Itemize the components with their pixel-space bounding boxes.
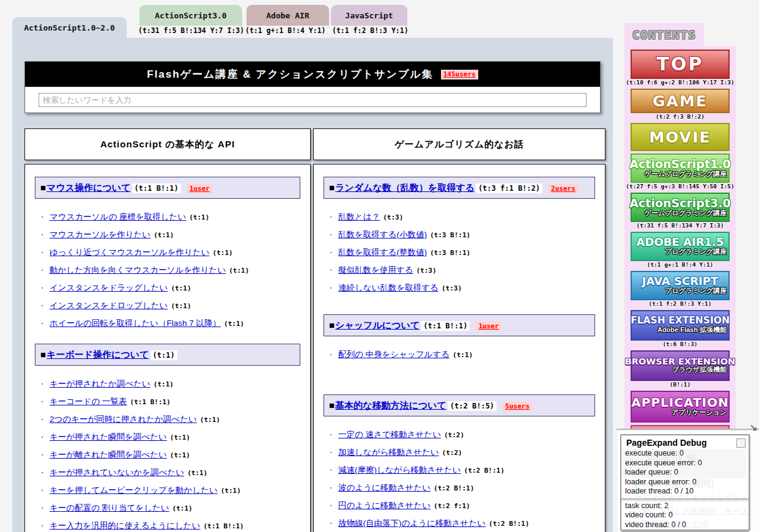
tab-actionscript1-2-active[interactable]: ActionScript1.0~2.0 bbox=[12, 17, 127, 38]
topic-link[interactable]: 乱数を取得する(整数値) bbox=[338, 248, 427, 257]
sidebar-button-adobe-air1-5[interactable]: ADOBE AIR1.5プログラミング講座 bbox=[631, 232, 730, 261]
sidebar-button-actionscript3-0[interactable]: ActionScript3.0ゲームプログラミング講座 bbox=[631, 193, 730, 222]
topic-section: ■キーボード操作について(t:1)・キーが押されたか調べたい(t:1)・キーコー… bbox=[34, 344, 302, 532]
bullet-icon: ・ bbox=[39, 415, 46, 424]
sidebar-button-top[interactable]: TOP bbox=[631, 50, 730, 79]
topic-link-list: ・一定の 速さで移動させたい(t:2)・加速しながら移動させたい(t:2)・減速… bbox=[322, 425, 596, 532]
section-stats: (t:3 f:1 B!:2) bbox=[476, 183, 542, 193]
sidebar-button-flash-extension[interactable]: FLASH EXTENSIONAdobe Flash 拡張機能 bbox=[631, 310, 730, 341]
link-stats: (t:3) bbox=[442, 284, 462, 292]
topic-link[interactable]: キーが押されていないかを調べたい bbox=[50, 468, 184, 477]
tab-label: JavaScript bbox=[345, 11, 393, 20]
bullet-icon: ・ bbox=[39, 380, 46, 388]
bullet-icon: ・ bbox=[39, 397, 46, 406]
sidebar-button-actionscript1-0[interactable]: ActionScript1.0ゲームプログラミング講座 bbox=[631, 153, 730, 183]
sidebar-item: TOP(t:10 f:6 g+:2 B!:106 Y:17 I:3) bbox=[624, 50, 736, 86]
topic-link[interactable]: 加速しながら移動させたい bbox=[338, 448, 439, 457]
topic-link[interactable]: インスタンスをドロップしたい bbox=[50, 301, 168, 310]
hatena-users-badge[interactable]: 1user bbox=[476, 322, 501, 331]
section-link[interactable]: ランダムな数（乱数）を取得する bbox=[335, 182, 475, 193]
topic-link[interactable]: 連続しない乱数を取得する bbox=[338, 283, 439, 292]
link-stats: (t:1) bbox=[170, 451, 190, 459]
link-stats: (t:1) bbox=[171, 284, 191, 292]
sidebar-button-browser-extension[interactable]: BROWSER EXTENSIONブラウザ拡張機能 bbox=[631, 350, 730, 381]
column-body: ■マウス操作について(t:1 B!:1)1user・マウスカーソルの 座標を取得… bbox=[24, 164, 311, 532]
topic-link[interactable]: キーの配置の 割り当てをしたい bbox=[50, 503, 169, 512]
bullet-icon: ・ bbox=[39, 504, 46, 512]
topic-link[interactable]: 動かした方向を向くマウスカーソルを作りたい bbox=[50, 265, 226, 275]
topic-link[interactable]: マウスカーソルを作りたい bbox=[50, 230, 150, 239]
sidebar-button-label: ADOBE AIR1.5 bbox=[637, 237, 724, 248]
sidebar-button-java-script[interactable]: JAVA SCRIPTプログラミング講座 bbox=[631, 271, 730, 300]
link-stats: (t:3 B!:1) bbox=[430, 249, 470, 257]
column-game-algorithm: ゲームアルゴリズム的なお話 ■ランダムな数（乱数）を取得する(t:3 f:1 B… bbox=[313, 128, 605, 532]
topic-link[interactable]: キーコードの 一覧表 bbox=[50, 397, 127, 406]
topic-link-row: ・キーが押されたか調べたい(t:1) bbox=[39, 374, 302, 392]
debug-row: loader queue: 0 bbox=[621, 468, 749, 478]
link-stats: (t:1 B!:1) bbox=[130, 398, 171, 406]
bullet-icon: ・ bbox=[327, 284, 335, 292]
hatena-users-badge[interactable]: 1user bbox=[187, 184, 212, 193]
column-title: ActionScript の基本的な API bbox=[24, 128, 311, 160]
hatena-users-badge[interactable]: 2users bbox=[549, 184, 578, 193]
topic-link[interactable]: キーが押されたか調べたい bbox=[50, 379, 150, 388]
topic-link-list: ・マウスカーソルの 座標を取得したい(t:1)・マウスカーソルを作りたい(t:1… bbox=[34, 207, 302, 331]
debug-panel-title: PageExpand Debug bbox=[621, 435, 749, 449]
bullet-icon: ・ bbox=[327, 266, 335, 275]
tab-adobe-air[interactable]: Adobe AIR bbox=[246, 5, 329, 26]
topic-link[interactable]: 2つのキーが同時に押されたか調べたい bbox=[50, 415, 197, 424]
debug-panel-checkbox[interactable] bbox=[736, 438, 746, 448]
section-link[interactable]: キーボード操作について bbox=[46, 349, 149, 360]
topic-link[interactable]: ホイールの回転を取得したい（Flash 7 以降） bbox=[50, 319, 221, 328]
topic-link[interactable]: キーを押してムービークリップを動かしたい bbox=[50, 486, 218, 495]
section-heading: ■シャッフルについて(t:1 B!:1)1user bbox=[324, 314, 595, 336]
sidebar: CONTENTS TOP(t:10 f:6 g+:2 B!:106 Y:17 I… bbox=[624, 23, 736, 430]
link-stats: (t:1) bbox=[187, 469, 207, 477]
sidebar-button-stats: (t:27 f:5 g+:3 B!:145 Y:50 I:5) bbox=[624, 183, 736, 190]
topic-link-row: ・2つのキーが同時に押されたか調べたい(t:1) bbox=[39, 410, 302, 427]
topic-link[interactable]: インスタンスをドラッグしたい bbox=[50, 283, 168, 292]
hatena-users-badge[interactable]: 145users bbox=[441, 70, 478, 79]
topic-link-row: ・キーが押された瞬間を調べたい(t:1) bbox=[39, 427, 302, 445]
sidebar-button-movie[interactable]: MOVIE bbox=[631, 123, 730, 151]
tab-javascript[interactable]: JavaScript bbox=[331, 5, 407, 26]
link-stats: (t:2 B!:1) bbox=[489, 520, 529, 528]
tab-actionscript3[interactable]: ActionScript3.0 bbox=[139, 5, 242, 26]
topic-link[interactable]: 減速(摩擦)しながら移動させたい bbox=[338, 465, 461, 475]
section-marker-icon: ■ bbox=[329, 182, 335, 193]
topic-link[interactable]: ゆっくり近づくマウスカーソルを作りたい bbox=[50, 248, 210, 257]
tab-stats: (t:31 f:5 B!:134 Y:7 I:3) bbox=[138, 26, 244, 36]
topic-link[interactable]: キーが離された瞬間を調べたい bbox=[50, 450, 167, 459]
topic-link[interactable]: 一定の 速さで移動させたい bbox=[338, 430, 441, 439]
topic-link-row: ・乱数を取得する(小数値)(t:3 B!:1) bbox=[327, 225, 596, 243]
topic-link[interactable]: 乱数とは？ bbox=[338, 212, 380, 221]
debug-group: task count: 2video count: 0video thread:… bbox=[621, 498, 749, 530]
sidebar-button-label: APPLICATION bbox=[631, 396, 728, 408]
link-stats: (t:1) bbox=[154, 231, 174, 239]
section-link[interactable]: シャッフルについて bbox=[335, 320, 420, 330]
section-link[interactable]: マウス操作について bbox=[46, 182, 130, 193]
topic-link[interactable]: マウスカーソルの 座標を取得したい bbox=[50, 212, 186, 221]
search-input[interactable] bbox=[39, 93, 587, 107]
topic-link[interactable]: 放物線(自由落下)のように移動させたい bbox=[338, 519, 486, 528]
section-link[interactable]: 基本的な移動方法について bbox=[335, 400, 446, 410]
link-stats: (t:2) bbox=[442, 449, 462, 457]
topic-link[interactable]: 乱数を取得する(小数値) bbox=[338, 230, 427, 239]
sidebar-button-label: FLASH EXTENSION bbox=[631, 316, 730, 326]
tab-label: ActionScript3.0 bbox=[155, 11, 226, 20]
sidebar-button-application[interactable]: APPLICATIONアプリケーション bbox=[631, 391, 730, 423]
link-stats: (t:1) bbox=[200, 416, 220, 424]
sidebar-button-subtitle: ゲームプログラミング講座 bbox=[645, 210, 727, 216]
sidebar-button-game[interactable]: GAME bbox=[631, 89, 730, 113]
topic-link-row: ・一定の 速さで移動させたい(t:2) bbox=[327, 425, 596, 443]
debug-row: video count: 0 bbox=[621, 511, 749, 520]
topic-link[interactable]: 配列の 中身をシャッフルする bbox=[338, 350, 450, 359]
debug-row: loader thread: 0 / 10 bbox=[621, 487, 749, 497]
topic-link[interactable]: 波のように移動させたい bbox=[338, 483, 431, 492]
hatena-users-badge[interactable]: 5users bbox=[503, 402, 532, 411]
bullet-icon: ・ bbox=[39, 266, 46, 275]
topic-link[interactable]: キーが押された瞬間を調べたい bbox=[50, 432, 167, 441]
topic-link[interactable]: 擬似乱数を使用する bbox=[338, 265, 413, 275]
topic-link[interactable]: キー入力を汎用的に使えるようにしたい bbox=[50, 521, 200, 530]
topic-link[interactable]: 円のように移動させたい bbox=[338, 501, 431, 510]
